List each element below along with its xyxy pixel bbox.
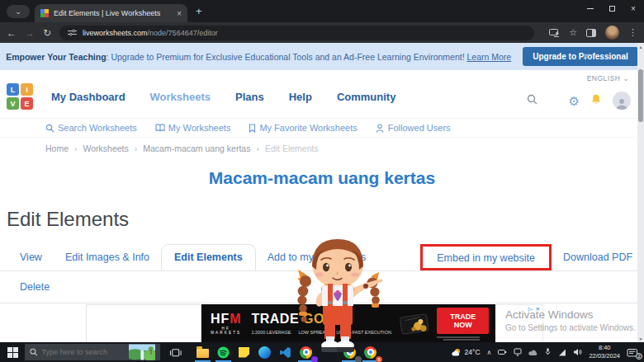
scrollbar-up-icon[interactable]: ▲ [637, 43, 644, 50]
window-maximize-button[interactable] [601, 0, 623, 16]
bookmark-star-icon[interactable]: ☆ [569, 27, 577, 38]
ad-empty-slot-left [86, 304, 201, 343]
url-domain: liveworksheets.com [83, 29, 148, 37]
task-view-button[interactable] [165, 342, 186, 362]
sticky-notes-icon [239, 347, 249, 358]
browser-tab-strip: ⌄ Edit Elements | Live Worksheets × + × [0, 0, 644, 22]
new-tab-button[interactable]: + [196, 5, 202, 17]
taskbar-search-input[interactable] [42, 348, 125, 356]
start-button[interactable] [0, 342, 25, 362]
temperature-label: 24°C [465, 348, 481, 356]
reload-icon[interactable]: ↻ [43, 27, 51, 39]
tab-download-pdf[interactable]: Download PDF [552, 252, 644, 263]
task-view-icon [169, 346, 182, 359]
bell-icon[interactable] [590, 93, 602, 109]
window-minimize-button[interactable] [580, 0, 601, 16]
site-info-icon[interactable] [68, 29, 77, 36]
chrome-profile-badge [311, 356, 318, 362]
breadcrumb-worksheets[interactable]: Worksheets [74, 143, 129, 153]
taskbar-search-box[interactable] [25, 344, 160, 360]
network-icon[interactable] [558, 345, 566, 360]
banner-close-icon[interactable]: ✕ [582, 51, 590, 62]
search-highlight-image[interactable] [129, 344, 155, 360]
banner-text: Empower Your Teaching: Upgrade to Premiu… [6, 52, 511, 62]
scrollbar-down-icon[interactable]: ▼ [637, 335, 644, 342]
upgrade-button[interactable]: Upgrade to Professional [523, 47, 638, 66]
file-explorer-button[interactable] [192, 342, 213, 362]
subnav-my-favorite-worksheets[interactable]: My Favorite Worksheets [249, 123, 357, 133]
scrollbar-thumb[interactable] [638, 69, 643, 122]
tab-edit-images-info[interactable]: Edit Images & Info [54, 252, 161, 263]
forward-icon[interactable]: → [25, 27, 35, 39]
battery-icon[interactable] [498, 345, 507, 360]
book-icon [155, 124, 165, 132]
liveworksheets-favicon [40, 9, 49, 17]
weather-icon [452, 348, 462, 357]
language-caret-icon: ⌄ [623, 74, 629, 82]
page-scrollbar[interactable]: ▲ ▼ [637, 43, 644, 342]
action-center-button[interactable]: 2 [627, 346, 640, 358]
volume-icon[interactable] [573, 345, 582, 360]
browser-tab[interactable]: Edit Elements | Live Worksheets × [35, 4, 187, 22]
language-label: ENGLISH [587, 74, 621, 82]
trade-now-button[interactable]: TRADE NOW [437, 308, 489, 334]
clock-date: 22/03/2024 [589, 352, 620, 360]
send-to-device-icon[interactable] [549, 26, 560, 40]
tab-delete[interactable]: Delete [20, 281, 50, 293]
window-close-button[interactable]: × [623, 0, 644, 16]
hfm-logo: HFM HF MARKETS [208, 313, 244, 335]
browser-menu-icon[interactable]: ⋮ [628, 27, 637, 38]
breadcrumb: Home Worksheets Macam-macam uang kertas … [0, 138, 644, 158]
back-icon[interactable]: ← [7, 27, 17, 39]
subnav-label: Followed Users [388, 123, 451, 133]
microphone-icon[interactable] [544, 345, 552, 360]
search-icon [45, 124, 54, 133]
learn-more-link[interactable]: Learn More [467, 52, 512, 62]
person-icon [376, 124, 385, 133]
language-selector[interactable]: ENGLISH ⌄ [587, 74, 629, 82]
activate-windows-line2: Go to Settings to activate Windows. [505, 323, 636, 332]
url-text: liveworksheets.com/node/7564647/editor [83, 29, 218, 37]
url-bar[interactable]: liveworksheets.com/node/7564647/editor [59, 26, 534, 40]
activate-windows-line1: Activate Windows [505, 308, 636, 321]
tab-embed-in-website[interactable]: Embed in my website [425, 252, 547, 264]
nav-help[interactable]: Help [289, 91, 312, 103]
nav-plans[interactable]: Plans [235, 91, 264, 103]
logo-tile-l: L [7, 83, 19, 96]
weather-widget[interactable]: 24°C [452, 348, 481, 357]
bookmark-icon [249, 124, 256, 133]
subnav-followed-users[interactable]: Followed Users [376, 123, 451, 133]
address-bar-actions: ☆ ⋮ [549, 26, 637, 40]
breadcrumb-home[interactable]: Home [45, 143, 69, 153]
browser-profile-avatar[interactable] [605, 26, 619, 40]
nav-community[interactable]: Community [337, 91, 396, 103]
edge-button[interactable] [254, 342, 275, 362]
tab-view[interactable]: View [8, 252, 54, 263]
main-nav: My Dashboard Worksheets Plans Help Commu… [51, 91, 395, 103]
activate-windows-watermark: Activate Windows Go to Settings to activ… [505, 308, 636, 332]
sticky-notes-button[interactable] [234, 342, 254, 362]
spotify-button[interactable] [213, 342, 234, 362]
side-panel-icon[interactable] [586, 29, 596, 37]
hidden-icons-chevron[interactable]: ∧ [487, 349, 492, 356]
tab-edit-elements[interactable]: Edit Elements [161, 244, 256, 270]
clock-time: 8:40 [589, 344, 620, 352]
user-avatar[interactable] [613, 92, 631, 110]
nav-worksheets[interactable]: Worksheets [150, 91, 211, 103]
browser-address-bar: ← → ↻ liveworksheets.com/node/7564647/ed… [0, 22, 644, 43]
gold-bars-image [399, 310, 429, 338]
subnav-label: My Worksheets [168, 123, 231, 133]
ad-legal-text [437, 336, 489, 341]
device-tray-icon[interactable] [514, 345, 522, 360]
tab-search-chevron-icon[interactable]: ⌄ [7, 5, 30, 18]
nav-my-dashboard[interactable]: My Dashboard [51, 91, 125, 103]
taskbar-clock[interactable]: 8:40 22/03/2024 [589, 344, 620, 360]
onedrive-icon[interactable] [528, 345, 537, 360]
subnav-my-worksheets[interactable]: My Worksheets [155, 123, 231, 133]
gear-icon[interactable]: ⚙ [569, 95, 580, 107]
breadcrumb-worksheet-title[interactable]: Macam-macam uang kertas [135, 143, 251, 153]
search-icon[interactable] [527, 93, 537, 108]
liveworksheets-logo[interactable]: LIVE [7, 83, 33, 110]
tab-close-icon[interactable]: × [177, 9, 182, 18]
subnav-search-worksheets[interactable]: Search Worksheets [45, 123, 137, 133]
